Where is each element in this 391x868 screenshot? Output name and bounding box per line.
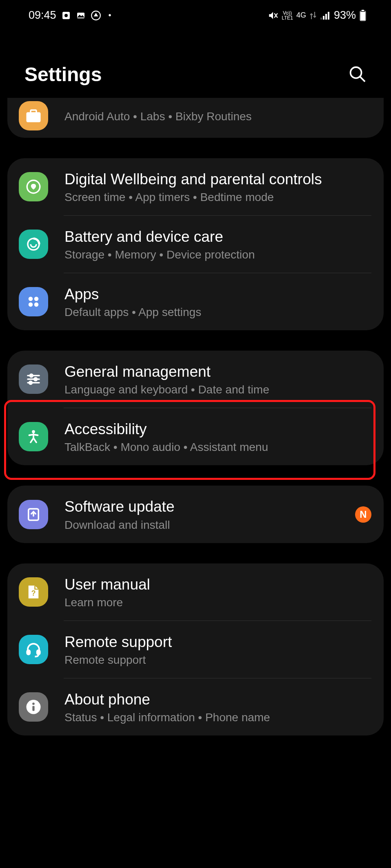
svg-rect-31: [37, 650, 40, 654]
row-text: About phoneStatus • Legal information • …: [64, 690, 371, 724]
accessibility-icon: [19, 422, 48, 451]
about-phone-icon: [19, 692, 48, 722]
row-text: Software updateDownload and install: [64, 497, 351, 531]
advanced-features-icon: [19, 101, 48, 130]
user-manual-icon: ?: [19, 577, 48, 607]
battery-care-icon: [19, 230, 48, 259]
svg-rect-8: [325, 14, 327, 20]
row-title: General management: [64, 362, 371, 382]
svg-point-20: [34, 303, 39, 307]
battery-icon: [359, 10, 367, 21]
row-subtitle: Screen time • App timers • Bedtime mode: [64, 191, 371, 204]
row-subtitle: Storage • Memory • Device protection: [64, 248, 371, 261]
page-title: Settings: [24, 63, 102, 86]
settings-group: Digital Wellbeing and parental controlsS…: [7, 158, 384, 330]
status-notif-icon-2: [76, 11, 86, 20]
svg-point-1: [64, 14, 68, 17]
signal-icon: [320, 11, 331, 20]
row-text: User manualLearn more: [64, 575, 371, 609]
svg-rect-30: [27, 650, 30, 654]
settings-group: Software updateDownload and installN: [7, 486, 384, 543]
row-text: Battery and device careStorage • Memory …: [64, 227, 371, 261]
volte-label: Vo)) LTE1: [282, 11, 293, 20]
settings-row-apps[interactable]: AppsDefault apps • App settings: [7, 273, 384, 330]
row-text: AppsDefault apps • App settings: [64, 285, 371, 319]
settings-group: General managementLanguage and keyboard …: [7, 351, 384, 465]
svg-rect-7: [323, 16, 324, 20]
svg-rect-12: [360, 12, 365, 20]
settings-row-remote-support[interactable]: Remote supportRemote support: [7, 621, 384, 678]
wellbeing-icon: [19, 172, 48, 201]
status-notif-icon-1: [61, 11, 71, 20]
row-title: User manual: [64, 575, 371, 594]
svg-rect-9: [328, 12, 329, 20]
settings-row-advanced-features[interactable]: Android Auto • Labs • Bixby Routines: [7, 98, 384, 138]
general-management-icon: [19, 364, 48, 394]
svg-point-24: [34, 378, 37, 381]
row-title: Battery and device care: [64, 227, 371, 247]
settings-row-accessibility[interactable]: AccessibilityTalkBack • Mono audio • Ass…: [7, 408, 384, 465]
svg-point-26: [29, 382, 32, 384]
notification-badge: N: [355, 506, 371, 523]
settings-group: Android Auto • Labs • Bixby Routines: [7, 98, 384, 138]
row-subtitle: Status • Legal information • Phone name: [64, 711, 371, 724]
search-icon: [348, 64, 367, 83]
svg-rect-34: [32, 706, 34, 711]
row-title: Digital Wellbeing and parental controls: [64, 170, 371, 189]
svg-text:?: ?: [31, 589, 36, 597]
svg-point-22: [30, 374, 33, 377]
settings-list[interactable]: Android Auto • Labs • Bixby RoutinesDigi…: [0, 98, 391, 735]
status-bar: 09:45 • Vo)) LTE1 4G 93%: [0, 0, 391, 27]
status-notif-icon-3: [91, 10, 101, 21]
status-left: 09:45 •: [29, 9, 111, 22]
row-text: Android Auto • Labs • Bixby Routines: [64, 108, 371, 123]
apps-icon: [19, 287, 48, 316]
software-update-icon: [19, 500, 48, 529]
row-title: Accessibility: [64, 420, 371, 439]
row-subtitle: Language and keyboard • Date and time: [64, 383, 371, 396]
row-title: About phone: [64, 690, 371, 709]
settings-row-software-update[interactable]: Software updateDownload and installN: [7, 486, 384, 543]
row-subtitle: Download and install: [64, 519, 351, 532]
svg-line-14: [360, 77, 365, 82]
row-text: Digital Wellbeing and parental controlsS…: [64, 170, 371, 204]
svg-point-19: [29, 303, 33, 307]
status-notif-more-icon: •: [109, 11, 111, 20]
row-title: Remote support: [64, 632, 371, 652]
status-time: 09:45: [29, 9, 56, 22]
svg-point-13: [351, 67, 362, 78]
row-subtitle: Default apps • App settings: [64, 306, 371, 319]
settings-row-battery-and-device-care[interactable]: Battery and device careStorage • Memory …: [7, 216, 384, 273]
row-title: Software update: [64, 497, 351, 517]
search-button[interactable]: [348, 64, 367, 85]
battery-percent: 93%: [334, 9, 356, 22]
row-text: AccessibilityTalkBack • Mono audio • Ass…: [64, 420, 371, 454]
svg-point-17: [29, 297, 33, 301]
row-text: Remote supportRemote support: [64, 632, 371, 667]
row-subtitle: TalkBack • Mono audio • Assistant menu: [64, 441, 371, 454]
settings-row-user-manual[interactable]: ?User manualLearn more: [7, 563, 384, 621]
svg-point-27: [32, 430, 35, 433]
svg-point-33: [32, 702, 35, 705]
row-subtitle: Remote support: [64, 654, 371, 667]
svg-rect-6: [320, 18, 322, 20]
remote-support-icon: [19, 635, 48, 664]
settings-group: ?User manualLearn moreRemote supportRemo…: [7, 563, 384, 735]
data-arrows-icon: [309, 11, 317, 20]
row-title: Apps: [64, 285, 371, 304]
settings-row-general-management[interactable]: General managementLanguage and keyboard …: [7, 351, 384, 408]
svg-point-18: [34, 297, 39, 301]
header: Settings: [0, 27, 391, 98]
row-text: General managementLanguage and keyboard …: [64, 362, 371, 396]
network-type: 4G: [296, 11, 306, 20]
row-subtitle: Learn more: [64, 596, 371, 609]
settings-row-digital-wellbeing-and-parental-controls[interactable]: Digital Wellbeing and parental controlsS…: [7, 158, 384, 215]
row-subtitle: Android Auto • Labs • Bixby Routines: [64, 110, 371, 123]
status-right: Vo)) LTE1 4G 93%: [268, 9, 367, 22]
settings-row-about-phone[interactable]: About phoneStatus • Legal information • …: [7, 678, 384, 735]
mute-icon: [268, 10, 278, 21]
